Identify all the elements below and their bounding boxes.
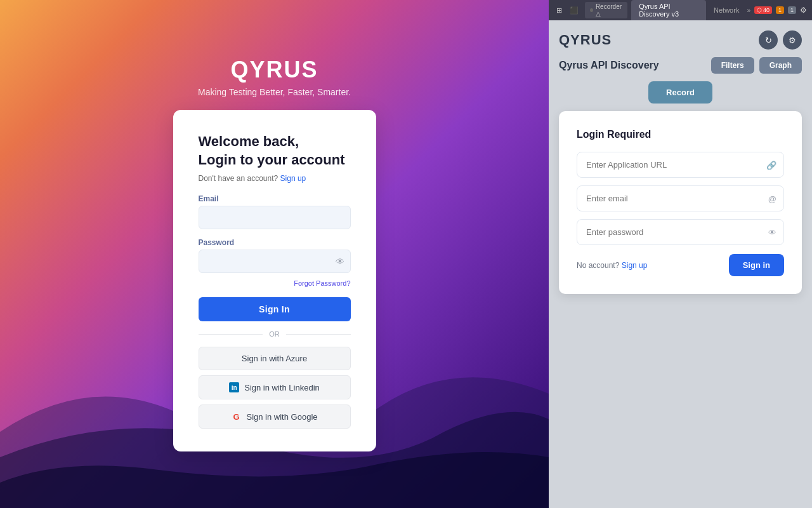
right-panel: ⊞ ⬛ Recorder △ Qyrus API Discovery v3 Ne… (549, 0, 812, 508)
toolbar-icon-1[interactable]: ⊞ (554, 5, 565, 16)
app-content: QYRUS ↻ ⚙ Qyrus API Discovery Filters Gr… (549, 20, 812, 508)
api-action-buttons: Filters Graph (711, 57, 802, 74)
at-icon: @ (768, 194, 776, 203)
sign-in-button[interactable]: Sign In (199, 297, 351, 321)
app-logo: QYRUS (559, 32, 612, 48)
login-required-card: Login Required 🔗 @ 👁 No account? Sign up… (559, 111, 802, 294)
linkedin-sign-in-button[interactable]: in Sign in with Linkedin (199, 375, 351, 399)
app-url-input-wrapper: 🔗 (577, 152, 784, 178)
active-tab[interactable]: Qyrus API Discovery v3 (631, 0, 706, 20)
recorder-badge: Recorder △ (585, 2, 627, 18)
email-label: Email (199, 194, 351, 203)
google-sign-in-button[interactable]: G Sign in with Google (199, 404, 351, 429)
alert-badge: ⬡ 40 (754, 6, 772, 14)
tagline: Making Testing Better, Faster, Smarter. (198, 87, 351, 97)
network-label[interactable]: Network (710, 6, 743, 14)
azure-sign-in-button[interactable]: Sign in with Azure (199, 347, 351, 370)
no-account-text: No account? Sign up (577, 261, 647, 270)
graph-button[interactable]: Graph (759, 57, 802, 74)
app-password-input-wrapper: 👁 (577, 219, 784, 245)
api-title: Qyrus API Discovery (559, 60, 659, 71)
or-divider: OR (199, 330, 351, 338)
toolbar-left-icons: ⊞ ⬛ (554, 5, 581, 16)
expand-icon[interactable]: » (747, 7, 750, 14)
password-label: Password (199, 238, 351, 247)
warn-badge: 1 (776, 6, 784, 14)
login-card: Welcome back, Login to your account Don'… (173, 110, 376, 451)
eye-icon[interactable]: 👁 (336, 257, 344, 267)
settings-icon[interactable]: ⚙ (783, 30, 802, 50)
filters-button[interactable]: Filters (711, 57, 754, 74)
forgot-password-area: Forgot Password? (199, 277, 351, 288)
refresh-icon[interactable]: ↻ (759, 30, 778, 50)
app-signup-link[interactable]: Sign up (622, 261, 648, 270)
app-sign-in-button[interactable]: Sign in (729, 254, 784, 276)
toolbar-icon-2[interactable]: ⬛ (567, 5, 581, 16)
app-logo: QYRUS (198, 57, 351, 83)
record-button[interactable]: Record (648, 81, 712, 104)
signup-link[interactable]: Sign up (280, 174, 306, 183)
password-input[interactable] (199, 250, 351, 273)
left-panel: QYRUS Making Testing Better, Faster, Sma… (0, 0, 549, 508)
email-input[interactable] (199, 206, 351, 229)
gear-icon[interactable]: ⚙ (800, 6, 807, 15)
password-input-wrapper: 👁 (199, 250, 351, 273)
app-header-icons: ↻ ⚙ (759, 30, 802, 50)
browser-toolbar: ⊞ ⬛ Recorder △ Qyrus API Discovery v3 Ne… (549, 0, 812, 20)
api-title-row: Qyrus API Discovery Filters Graph (559, 57, 802, 74)
app-url-input[interactable] (577, 152, 784, 178)
forgot-password-link[interactable]: Forgot Password? (294, 279, 350, 287)
no-account-row: No account? Sign up Sign in (577, 254, 784, 276)
eye-icon-right[interactable]: 👁 (768, 227, 776, 237)
app-password-input[interactable] (577, 219, 784, 245)
app-email-input-wrapper: @ (577, 185, 784, 211)
welcome-title: Welcome back, Login to your account (199, 133, 351, 169)
email-input-wrapper (199, 206, 351, 229)
no-account-text: Don't have an account? Sign up (199, 174, 351, 183)
info-badge: 1 (788, 6, 796, 14)
logo-area: QYRUS Making Testing Better, Faster, Sma… (198, 57, 351, 97)
link-icon: 🔗 (766, 160, 776, 170)
app-email-input[interactable] (577, 185, 784, 211)
recorder-dot (590, 8, 593, 12)
app-header: QYRUS ↻ ⚙ (559, 30, 802, 50)
google-icon: G (231, 411, 241, 422)
login-required-title: Login Required (577, 129, 784, 140)
linkedin-icon: in (229, 382, 239, 392)
